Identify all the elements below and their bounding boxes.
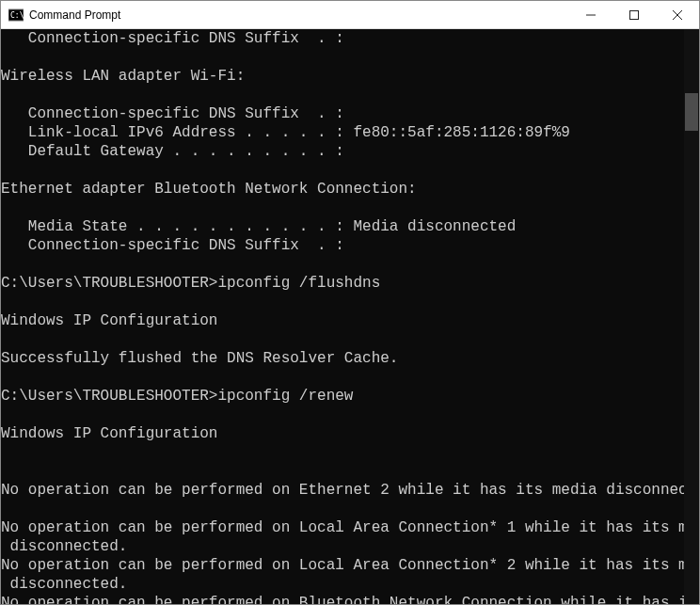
svg-text:C:\: C:\	[10, 11, 24, 20]
terminal-area: Connection-specific DNS Suffix . : Wirel…	[1, 29, 699, 604]
minimize-button[interactable]	[569, 1, 612, 28]
window-title: Command Prompt	[29, 8, 569, 22]
vertical-scrollbar[interactable]	[684, 29, 699, 604]
scrollbar-thumb[interactable]	[685, 93, 698, 131]
maximize-button[interactable]	[612, 1, 656, 28]
terminal-output[interactable]: Connection-specific DNS Suffix . : Wirel…	[1, 29, 684, 604]
app-icon: C:\	[8, 8, 24, 23]
window-controls	[569, 1, 699, 28]
svg-rect-3	[630, 10, 639, 19]
close-button[interactable]	[656, 1, 699, 28]
window-titlebar[interactable]: C:\ Command Prompt	[1, 1, 699, 29]
